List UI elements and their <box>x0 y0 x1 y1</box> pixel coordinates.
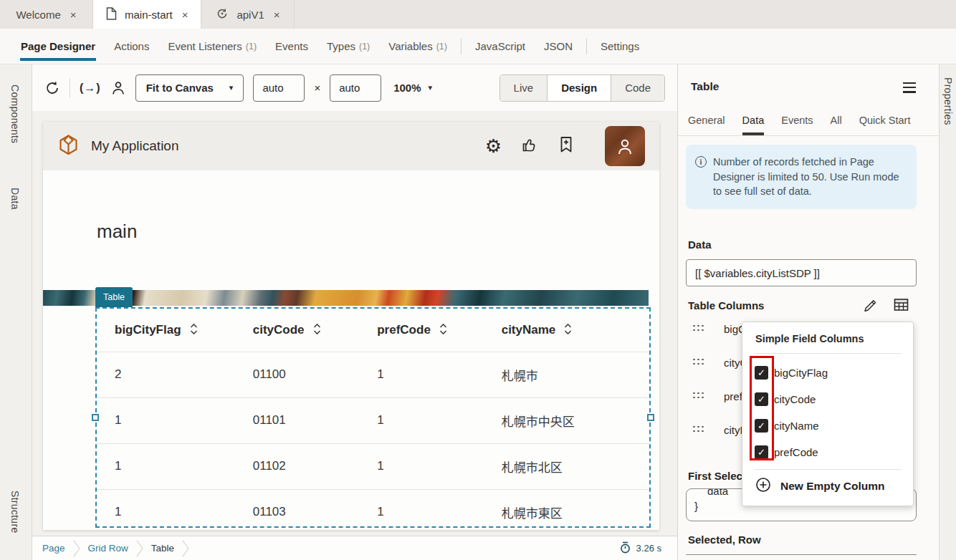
rail-tab-data[interactable]: Data <box>9 188 21 210</box>
info-banner: i Number of records fetched in Page Desi… <box>686 145 917 209</box>
divider <box>755 469 901 470</box>
designer-navbar: Page Designer Actions Event Listeners(1)… <box>0 29 956 64</box>
tab-welcome[interactable]: Welcome × <box>0 0 93 29</box>
canvas-width-input[interactable] <box>253 74 305 102</box>
selection-handle-right[interactable] <box>647 414 654 421</box>
table-columns-label: Table Columns <box>688 299 764 312</box>
new-empty-column-button[interactable]: New Empty Column <box>755 477 885 496</box>
editor-tabstrip: Welcome × main-start × apiV1 × <box>0 0 956 29</box>
sort-icon <box>313 323 321 335</box>
canvas-area: My Application ⚙ main Table <box>32 111 677 536</box>
table-component-selected[interactable]: bigCityFlag cityCode prefCode cityName 2… <box>95 307 651 528</box>
nav-tab-variables[interactable]: Variables(1) <box>379 29 457 64</box>
app-logo-icon <box>57 134 80 159</box>
tab-apiv1[interactable]: apiV1 × <box>201 0 295 29</box>
nav-tab-event-listeners[interactable]: Event Listeners(1) <box>158 29 266 64</box>
sort-icon <box>564 323 572 335</box>
zoom-dropdown[interactable]: 100% ▾ <box>393 82 432 94</box>
canvas-height-input[interactable] <box>330 74 381 102</box>
tab-events[interactable]: Events <box>781 105 813 135</box>
table-row[interactable]: 1011011札幌市中央区 <box>97 397 649 443</box>
mode-design-button[interactable]: Design <box>547 75 611 101</box>
drag-handle-icon[interactable] <box>693 359 707 367</box>
close-icon[interactable]: × <box>70 9 77 21</box>
left-rail: Components Data Structure <box>0 64 32 560</box>
tab-quick-start[interactable]: Quick Start <box>859 105 911 135</box>
breadcrumb-page[interactable]: Page <box>42 543 65 554</box>
chevron-right-icon <box>72 539 82 559</box>
field-row[interactable]: ✓ cityCode <box>755 386 828 412</box>
hamburger-icon[interactable] <box>903 82 916 93</box>
avatar[interactable] <box>605 126 645 166</box>
rail-tab-properties[interactable]: Properties <box>942 77 954 125</box>
nav-tab-actions[interactable]: Actions <box>105 29 158 64</box>
field-row[interactable]: ✓ bigCityFlag <box>755 359 828 386</box>
table-row[interactable]: 1011031札幌市東区 <box>97 489 649 528</box>
binding-mode-icon[interactable]: (→) <box>80 82 101 95</box>
gear-icon[interactable]: ⚙ <box>485 137 502 155</box>
nav-tab-events[interactable]: Events <box>266 29 317 64</box>
divider <box>586 39 587 54</box>
design-canvas[interactable]: My Application ⚙ main Table <box>43 122 659 530</box>
chevron-right-icon <box>181 539 191 559</box>
drag-handle-icon[interactable] <box>693 325 707 334</box>
component-badge[interactable]: Table <box>95 287 133 307</box>
table-row[interactable]: 1011021札幌市北区 <box>97 443 649 489</box>
chevron-down-icon: ▾ <box>429 83 433 92</box>
tab-general[interactable]: General <box>688 105 725 135</box>
count-badge: (1) <box>246 42 257 52</box>
nav-tab-json[interactable]: JSON <box>535 29 582 64</box>
column-header[interactable]: bigCityFlag <box>97 309 235 352</box>
nav-tab-settings[interactable]: Settings <box>591 29 649 64</box>
field-row[interactable]: ✓ prefCode <box>755 439 828 465</box>
render-time: 3.26 s <box>619 541 661 556</box>
column-header[interactable]: cityName <box>484 309 649 352</box>
checkbox-checked[interactable]: ✓ <box>755 419 768 433</box>
tab-main-start[interactable]: main-start × <box>93 0 201 29</box>
fit-to-canvas-dropdown[interactable]: Fit to Canvas ▾ <box>135 74 244 102</box>
selection-handle-left[interactable] <box>92 414 99 421</box>
mode-code-button[interactable]: Code <box>611 75 664 101</box>
stopwatch-icon <box>619 541 631 556</box>
plus-circle-icon <box>755 477 771 496</box>
data-expression-input[interactable] <box>686 259 917 286</box>
drag-handle-icon[interactable] <box>693 426 707 435</box>
column-header[interactable]: cityCode <box>235 309 359 352</box>
nav-tab-javascript[interactable]: JavaScript <box>466 29 535 64</box>
check-icon: ✓ <box>757 420 765 431</box>
thumbs-up-icon[interactable] <box>521 136 539 157</box>
input-top-edge <box>686 554 917 555</box>
checkbox-checked[interactable]: ✓ <box>755 366 768 380</box>
selected-row-label: Selected, Row <box>688 534 761 546</box>
page-icon <box>106 7 117 22</box>
breadcrumb-grid-row[interactable]: Grid Row <box>88 543 128 554</box>
app-header-component[interactable]: My Application ⚙ <box>43 122 659 170</box>
table-row[interactable]: 2011001札幌市 <box>97 352 649 397</box>
field-row[interactable]: ✓ cityName <box>755 412 828 439</box>
structure-breadcrumb-bar: Page Grid Row Table 3.26 s <box>32 536 677 560</box>
mode-switcher: Live Design Code <box>499 74 665 102</box>
close-icon[interactable]: × <box>274 9 280 21</box>
nav-tab-types[interactable]: Types(1) <box>317 29 379 64</box>
drag-handle-icon[interactable] <box>693 392 707 401</box>
nav-tab-page-designer[interactable]: Page Designer <box>11 29 105 64</box>
checkbox-checked[interactable]: ✓ <box>755 392 768 406</box>
breadcrumb-table[interactable]: Table <box>151 543 174 554</box>
field-checkbox-list: ✓ bigCityFlag ✓ cityCode ✓ cityName ✓ pr… <box>755 359 828 465</box>
sort-icon <box>439 323 447 335</box>
canvas-toolbar: (→) Fit to Canvas ▾ × 100% ▾ Live Design… <box>32 64 677 111</box>
rail-tab-structure[interactable]: Structure <box>9 491 21 534</box>
chevron-down-icon: ▾ <box>229 83 234 92</box>
close-icon[interactable]: × <box>182 9 188 21</box>
tab-data[interactable]: Data <box>742 105 765 135</box>
page-heading[interactable]: main <box>97 221 137 243</box>
bookmark-add-icon[interactable] <box>558 136 574 156</box>
mode-live-button[interactable]: Live <box>500 75 548 101</box>
checkbox-checked[interactable]: ✓ <box>755 445 768 459</box>
person-icon[interactable] <box>110 80 126 96</box>
rail-tab-components[interactable]: Components <box>9 85 21 143</box>
tab-all[interactable]: All <box>831 105 842 135</box>
visual-builder-window: Welcome × main-start × apiV1 × Page Desi… <box>0 0 956 560</box>
refresh-icon[interactable] <box>44 80 60 96</box>
column-header[interactable]: prefCode <box>359 309 483 352</box>
